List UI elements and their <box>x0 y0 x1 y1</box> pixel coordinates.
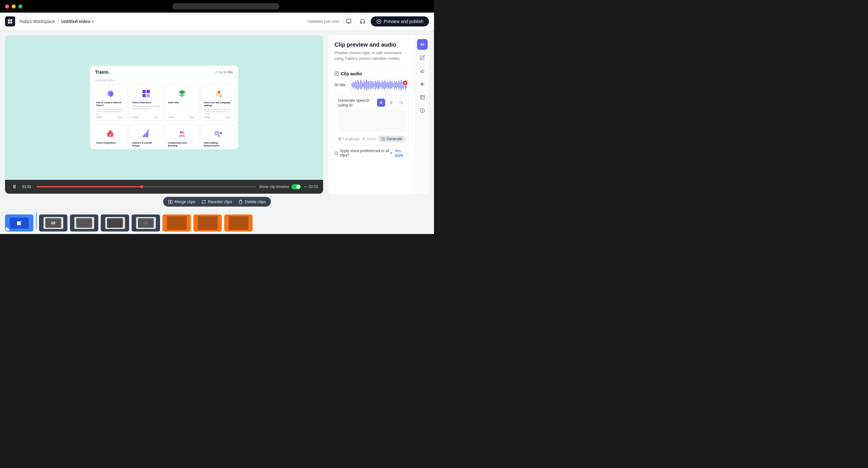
card-footer-2: 2 VideosLearn → <box>132 116 160 118</box>
wbar <box>390 80 391 90</box>
merge-clips-button[interactable]: Merge clips <box>168 199 195 204</box>
svg-rect-13 <box>142 94 146 97</box>
fill-panel-icon-button[interactable] <box>417 79 428 89</box>
svg-rect-54 <box>51 222 55 224</box>
card-icon-6 <box>132 128 160 140</box>
editor-area: Trainn. Go to Wiki Learning Paths <box>0 30 434 194</box>
timeline-thumb-7[interactable] <box>193 215 222 231</box>
card-title-8: Video Editing Enhancements <box>204 142 232 147</box>
wbar <box>400 82 401 88</box>
svg-point-36 <box>363 137 364 139</box>
audio-panel-icon-button[interactable] <box>417 39 428 50</box>
video-card-1[interactable]: How to create a video in Trainn? Create,… <box>93 85 127 121</box>
speech-gen-box: Generate speech using AI <box>335 94 409 146</box>
toggle-switch[interactable] <box>291 184 301 189</box>
timeline-thumb-8[interactable] <box>224 215 253 231</box>
language-selector[interactable]: Language <box>338 137 360 141</box>
video-card-6[interactable]: Learners & Learner Groups <box>129 125 163 149</box>
svg-rect-30 <box>335 72 339 75</box>
timeline-thumb-3[interactable] <box>70 215 98 231</box>
video-card-3[interactable]: Video Hub 2 VideosLearn → <box>165 85 199 121</box>
delete-audio-button[interactable]: ✕ <box>403 81 407 85</box>
wbar <box>370 81 371 90</box>
card-icon-7 <box>168 128 196 140</box>
wbar <box>363 83 364 87</box>
edit-panel-icon-button[interactable] <box>417 52 428 63</box>
timeline-thumb-5[interactable] <box>132 215 160 231</box>
wbar <box>382 81 383 90</box>
svg-rect-39 <box>421 43 421 46</box>
right-panel: Clip preview and audio Preview chosen cl… <box>328 35 429 194</box>
layout-panel-icon-button[interactable] <box>417 92 428 103</box>
speech-gen-header: Generate speech using AI <box>338 98 405 107</box>
wbar <box>384 80 385 90</box>
clip-dots-5: ··· <box>144 210 148 213</box>
wbar <box>378 82 379 89</box>
wbar <box>365 82 366 88</box>
video-card-7[interactable]: Collaboration and Branding <box>165 125 199 149</box>
headphones-icon-button[interactable] <box>357 16 368 27</box>
generate-button[interactable]: Generate <box>378 136 405 142</box>
video-card-4[interactable]: Voice-over and Language settings Let's g… <box>201 85 235 121</box>
panel-sidebar <box>415 35 429 194</box>
upload-icon-button[interactable] <box>397 99 405 107</box>
maximize-button[interactable] <box>18 4 22 8</box>
svg-marker-27 <box>219 132 222 134</box>
wbar <box>401 80 402 90</box>
address-pill[interactable] <box>172 3 279 9</box>
minimize-button[interactable] <box>12 4 16 8</box>
voice-selector[interactable]: Voice <box>362 137 376 141</box>
wbar <box>358 81 359 89</box>
card-title-3: Video Hub <box>168 101 196 104</box>
svg-rect-44 <box>421 95 424 99</box>
clip-timeline-toggle[interactable]: Show clip timeline <box>259 184 301 189</box>
wbar <box>395 82 396 88</box>
timeline-thumb-2[interactable] <box>39 215 67 231</box>
svg-rect-21 <box>147 131 149 137</box>
updated-status: Updated just now <box>307 19 339 24</box>
video-card-5[interactable]: Trainn Integrations <box>93 125 127 149</box>
yes-apply-button[interactable]: Yes, apply <box>390 149 409 157</box>
close-button[interactable] <box>5 4 9 8</box>
card-desc-4: Let's get an overview of Voice over, Lan… <box>204 108 232 115</box>
card-desc-1: Create, edit, customize and publish vide… <box>96 108 124 115</box>
waveform-bars <box>351 80 407 91</box>
clip-audio-section: Clip audio 00:48s <box>335 66 409 157</box>
preview-publish-button[interactable]: Preview and publish <box>371 17 429 27</box>
microphone-icon-button[interactable] <box>387 99 395 107</box>
clip-screenshot-2 <box>43 217 63 229</box>
chevron-down-icon[interactable]: ▾ <box>92 19 94 24</box>
svg-point-17 <box>110 134 111 136</box>
wbar <box>351 84 352 87</box>
wbar <box>377 80 378 90</box>
timeline-thumb-1[interactable]: + <box>5 215 33 231</box>
card-icon-2 <box>132 87 160 100</box>
timeline-thumb-6[interactable] <box>162 215 191 231</box>
monitor-icon-button[interactable] <box>343 16 354 27</box>
address-bar <box>22 3 429 9</box>
svg-rect-16 <box>219 94 222 97</box>
separator: | <box>58 19 59 24</box>
video-card-2[interactable]: Trainn Collections Group videos into col… <box>129 85 163 121</box>
video-title[interactable]: Untitled video <box>61 19 90 24</box>
erase-panel-icon-button[interactable] <box>417 65 428 76</box>
wbar <box>362 81 363 89</box>
progress-bar[interactable] <box>36 186 256 187</box>
ai-generate-icon-button[interactable] <box>377 99 385 107</box>
pause-button[interactable]: ⏸ <box>10 182 19 191</box>
wbar <box>386 83 387 88</box>
clip-dots-8: ··· <box>236 210 241 213</box>
svg-rect-20 <box>146 132 147 137</box>
goto-wiki-link[interactable]: Go to Wiki <box>215 70 233 74</box>
wbar <box>367 82 368 89</box>
add-panel-icon-button[interactable] <box>417 105 428 116</box>
merge-clips-label: Merge clips <box>175 199 195 204</box>
svg-rect-4 <box>346 19 351 23</box>
speech-text-input[interactable] <box>338 110 405 132</box>
clip-dots-7: ··· <box>205 210 210 213</box>
wbar <box>397 83 398 87</box>
reorder-clips-button[interactable]: Reorder clips <box>202 199 232 204</box>
delete-clips-button[interactable]: Delete clips <box>239 199 266 204</box>
timeline-thumb-4[interactable] <box>101 215 129 231</box>
video-card-8[interactable]: Video Editing Enhancements <box>201 125 235 149</box>
